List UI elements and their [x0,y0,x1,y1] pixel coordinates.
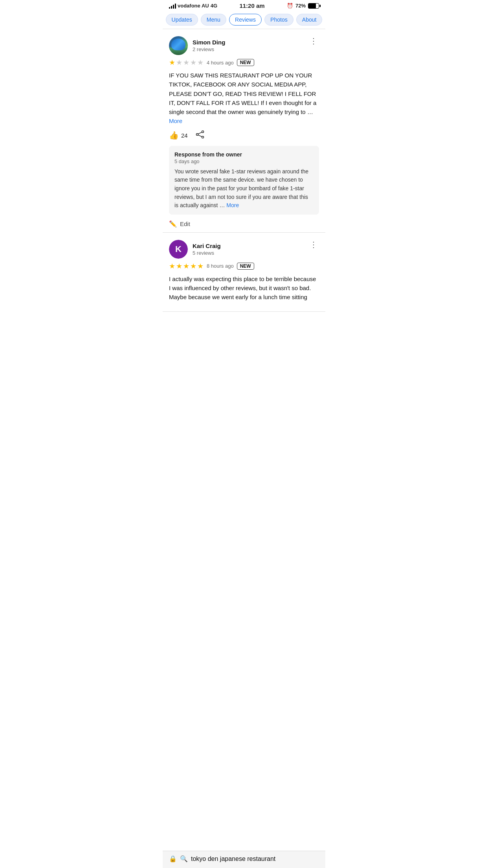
review-body-2: I actually was expecting this place to b… [169,276,316,301]
star-rating: ★ ★ ★ ★ ★ [169,58,204,67]
owner-more-link[interactable]: More [226,202,239,208]
owner-response: Response from the owner 5 days ago You w… [169,146,319,215]
review-card-2: K Kari Craig 5 reviews ⋮ ★ ★ ★ ★ ★ 8 hou… [163,233,325,312]
carrier-label: vodafone AU [178,3,209,9]
review-body: IF YOU SAW THIS RESTAURANT POP UP ON YOU… [169,72,316,115]
review-actions: 👍 24 [169,131,319,140]
star-3: ★ [183,58,189,67]
owner-response-title: Response from the owner [174,151,314,158]
new-badge: NEW [237,59,254,66]
tab-reviews[interactable]: Reviews [229,14,262,26]
reviewer-name: Simon Ding [193,39,225,46]
star-4: ★ [190,262,196,270]
edit-icon: ✏️ [169,220,177,228]
star-5: ★ [197,262,204,270]
avatar-2: K [169,240,188,259]
like-button[interactable]: 👍 24 [169,131,188,140]
reviewer-details: Simon Ding 2 reviews [193,39,225,52]
tab-bar: Updates Menu Reviews Photos About [163,11,325,29]
alarm-icon: ⏰ [287,3,293,9]
svg-point-0 [202,131,204,132]
tab-photos[interactable]: Photos [264,14,294,26]
owner-response-time: 5 days ago [174,158,314,164]
review-text: IF YOU SAW THIS RESTAURANT POP UP ON YOU… [169,71,319,126]
review-time-2: 8 hours ago [207,263,234,269]
reviewer-count: 2 reviews [193,46,225,52]
avatar-initial-kari: K [169,240,188,259]
battery-fill [308,4,316,8]
star-2: ★ [176,262,182,270]
star-1: ★ [169,58,175,67]
rating-row-2: ★ ★ ★ ★ ★ 8 hours ago NEW [169,262,319,270]
reviewer-name-2: Kari Craig [193,243,221,249]
new-badge-2: NEW [237,263,254,270]
reviewer-header: Simon Ding 2 reviews ⋮ [169,36,319,55]
edit-row[interactable]: ✏️ Edit [169,220,319,228]
avatar-image-simon [169,36,188,55]
reviews-container: Simon Ding 2 reviews ⋮ ★ ★ ★ ★ ★ 4 hours… [163,29,325,335]
share-icon [196,131,204,140]
review-text-2: I actually was expecting this place to b… [169,274,319,302]
tab-about[interactable]: About [296,14,323,26]
reviewer-count-2: 5 reviews [193,250,221,256]
review-card: Simon Ding 2 reviews ⋮ ★ ★ ★ ★ ★ 4 hours… [163,29,325,233]
time-label: 11:20 am [239,2,264,9]
battery-icon [308,3,319,9]
owner-response-text: You wrote several fake 1-star reviews ag… [174,167,314,210]
star-1: ★ [169,262,175,270]
status-right: ⏰ 72% [287,3,319,9]
reviewer-info: Simon Ding 2 reviews [169,36,225,55]
star-rating-2: ★ ★ ★ ★ ★ [169,262,204,270]
star-5: ★ [197,58,204,67]
review-more-link[interactable]: More [169,118,182,124]
like-count: 24 [181,132,188,139]
owner-response-body: You wrote several fake 1-star reviews ag… [174,168,308,209]
star-3: ★ [183,262,189,270]
owner-ellipsis: … [219,202,226,208]
reviewer-info-2: K Kari Craig 5 reviews [169,240,221,259]
avatar [169,36,188,55]
battery-percent: 72% [295,3,306,9]
star-2: ★ [176,58,182,67]
tab-updates[interactable]: Updates [166,14,198,26]
svg-line-4 [198,135,202,137]
edit-label: Edit [180,221,190,227]
more-options-icon[interactable]: ⋮ [308,36,319,46]
svg-point-2 [196,133,198,135]
rating-row: ★ ★ ★ ★ ★ 4 hours ago NEW [169,58,319,67]
ellipsis: … [307,108,313,115]
reviewer-header-2: K Kari Craig 5 reviews ⋮ [169,240,319,259]
review-time: 4 hours ago [207,60,234,66]
svg-line-3 [198,132,202,134]
status-left: vodafone AU 4G [169,3,217,9]
more-options-icon-2[interactable]: ⋮ [308,240,319,249]
svg-point-1 [202,136,204,138]
reviewer-details-2: Kari Craig 5 reviews [193,243,221,256]
signal-icon [169,3,176,9]
status-bar: vodafone AU 4G 11:20 am ⏰ 72% [163,0,325,11]
star-4: ★ [190,58,196,67]
tab-menu[interactable]: Menu [201,14,226,26]
network-label: 4G [211,3,217,9]
thumbs-up-icon: 👍 [169,131,179,140]
share-button[interactable] [196,131,204,140]
